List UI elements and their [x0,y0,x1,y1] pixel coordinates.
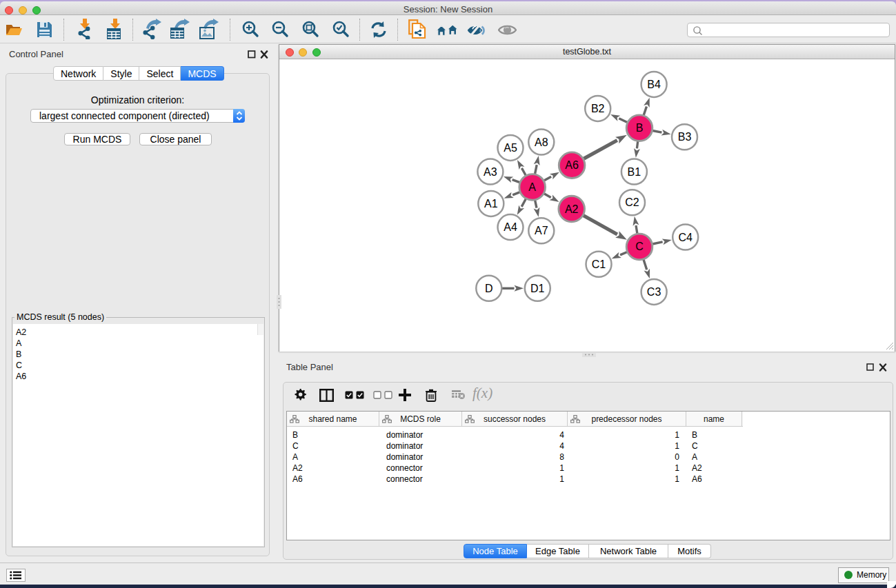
svg-text:A2: A2 [565,203,579,215]
svg-text:D1: D1 [530,283,545,294]
svg-text:A: A [528,181,536,193]
svg-text:B1: B1 [628,166,641,178]
svg-text:B2: B2 [591,103,605,114]
svg-text:C1: C1 [592,258,606,270]
svg-text:B4: B4 [647,79,661,90]
svg-text:A4: A4 [504,221,517,233]
svg-text:A7: A7 [535,225,548,236]
svg-text:C4: C4 [678,232,693,243]
svg-text:A3: A3 [484,166,497,178]
svg-text:B3: B3 [678,131,692,143]
svg-text:B: B [636,122,644,134]
svg-text:C2: C2 [625,196,639,208]
svg-text:A1: A1 [484,198,498,210]
svg-text:C: C [635,241,644,252]
svg-text:A6: A6 [565,159,579,171]
svg-text:D: D [485,283,493,294]
svg-text:A8: A8 [535,136,548,148]
svg-text:C3: C3 [647,286,661,298]
svg-text:A5: A5 [504,142,517,154]
